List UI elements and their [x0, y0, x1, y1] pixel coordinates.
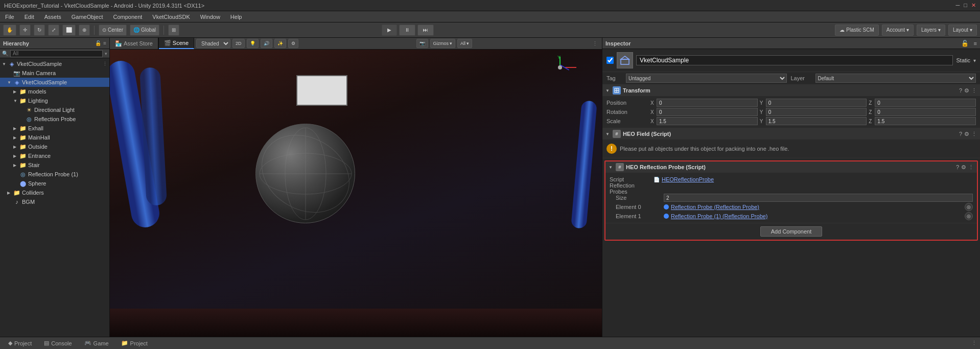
add-component-btn[interactable]: Add Component — [760, 226, 823, 237]
element0-select-btn[interactable]: ◎ — [965, 203, 973, 211]
tree-item-reflection-probe-lighting[interactable]: ◎ Reflection Probe — [0, 114, 109, 124]
tree-item-outside[interactable]: ▶ 📁 Outside — [0, 142, 109, 151]
element1-value[interactable]: Reflection Probe (1) (Reflection Probe) — [671, 213, 768, 219]
tree-item-directional-light[interactable]: ☀ Directional Light — [0, 105, 109, 114]
hand-tool[interactable]: ✋ — [3, 25, 16, 36]
bottom-tab-project-1[interactable]: ◆ Project — [3, 338, 37, 348]
plastic-scm-btn[interactable]: ☁ Plastic SCM — [835, 25, 878, 36]
menu-window[interactable]: Window — [198, 13, 222, 21]
inspector-lock-icon[interactable]: 🔓 — [961, 40, 969, 47]
heo-field-settings-icon[interactable]: ⚙ — [964, 131, 969, 137]
lights-btn[interactable]: 💡 — [247, 39, 259, 48]
bottom-bar-settings-icon[interactable]: ⋮ — [971, 340, 977, 346]
grid-tool[interactable]: ⊞ — [168, 25, 179, 36]
scene-settings-icon[interactable]: ⋮ — [590, 40, 600, 47]
effects-btn[interactable]: ✨ — [274, 39, 286, 48]
position-x-input[interactable] — [657, 99, 758, 107]
position-y-input[interactable] — [766, 99, 867, 107]
tag-select[interactable]: Untagged — [626, 74, 787, 83]
rect-tool[interactable]: ⬜ — [62, 25, 76, 36]
move-tool[interactable]: ✛ — [19, 25, 31, 36]
menu-assets[interactable]: Assets — [42, 13, 63, 21]
gizmos-btn[interactable]: Gizmos ▾ — [430, 39, 456, 48]
menu-gameobject[interactable]: GameObject — [69, 13, 105, 21]
tree-item-main-camera[interactable]: 📷 Main Camera — [0, 68, 109, 78]
scene-camera-btn[interactable]: 📷 — [416, 39, 428, 48]
heo-field-help-icon[interactable]: ? — [959, 131, 962, 137]
heo-reflection-header[interactable]: ▼ # HEO Reflection Probe (Script) ? ⚙ ⋮ — [605, 161, 977, 173]
heo-reflection-settings-icon[interactable]: ⚙ — [961, 164, 966, 171]
menu-help[interactable]: Help — [228, 13, 244, 21]
tree-item-exhall[interactable]: ▶ 📁 Exhall — [0, 124, 109, 133]
element0-value[interactable]: Reflection Probe (Reflection Probe) — [671, 204, 759, 210]
step-btn[interactable]: ⏭ — [417, 25, 434, 36]
sound-btn[interactable]: 🔊 — [261, 39, 272, 48]
shaded-dropdown[interactable]: Shaded — [196, 39, 230, 48]
scene-options-btn[interactable]: ⚙ — [288, 39, 298, 48]
transform-tool[interactable]: ⊕ — [79, 25, 90, 36]
rotation-y-input[interactable] — [766, 108, 867, 116]
menu-vketcloudsdk[interactable]: VketCloudSDK — [150, 13, 192, 21]
tree-item-vketcloudsample-child[interactable]: ▼ ◈ VketCloudSample — [0, 78, 109, 87]
tree-item-bgm[interactable]: ♪ BGM — [0, 197, 109, 206]
rotation-z-input[interactable] — [875, 108, 976, 116]
script-value[interactable]: HEOReflectionProbe — [662, 176, 714, 182]
pause-btn[interactable]: ⏸ — [399, 25, 415, 36]
menu-file[interactable]: File — [3, 13, 16, 21]
scene-view[interactable]: Y Persp — [110, 50, 602, 337]
scale-z-input[interactable] — [875, 117, 976, 125]
tree-item-mainhall[interactable]: ▶ 📁 MainHall — [0, 133, 109, 142]
rotate-tool[interactable]: ↻ — [34, 25, 45, 36]
menu-edit[interactable]: Edit — [22, 13, 36, 21]
maximize-btn[interactable]: □ — [964, 2, 967, 9]
size-input[interactable] — [664, 194, 973, 202]
all-btn[interactable]: All ▾ — [457, 39, 472, 48]
transform-settings-icon[interactable]: ⚙ — [964, 87, 969, 94]
inspector-menu-icon[interactable]: ≡ — [974, 40, 977, 46]
tree-item-sphere[interactable]: ⬤ Sphere — [0, 179, 109, 188]
tab-scene[interactable]: 🎬 Scene — [159, 38, 194, 49]
transform-header[interactable]: ▼ Transform ? ⚙ ⋮ — [602, 85, 980, 96]
static-dropdown-icon[interactable]: ▾ — [973, 58, 976, 63]
hierarchy-lock-icon[interactable]: 🔓 — [95, 40, 101, 46]
transform-menu-icon[interactable]: ⋮ — [971, 87, 977, 94]
tree-item-stair[interactable]: ▶ 📁 Stair — [0, 160, 109, 170]
tab-asset-store[interactable]: 🏪 Asset Store — [110, 38, 158, 49]
scale-x-input[interactable] — [657, 117, 758, 125]
tree-item-reflection-probe-1[interactable]: ◎ Reflection Probe (1) — [0, 170, 109, 179]
tree-item-entrance[interactable]: ▶ 📁 Entrance — [0, 151, 109, 160]
object-active-checkbox[interactable] — [606, 57, 614, 64]
hierarchy-menu-icon[interactable]: ≡ — [103, 40, 106, 46]
bottom-tab-game[interactable]: 🎮 Game — [79, 338, 114, 348]
play-btn[interactable]: ▶ — [382, 25, 397, 36]
tree-item-models[interactable]: ▶ 📁 models — [0, 87, 109, 96]
layers-btn[interactable]: Layers ▾ — [917, 25, 945, 36]
bottom-tab-console[interactable]: ▤ Console — [39, 338, 77, 348]
layout-btn[interactable]: Layout ▾ — [948, 25, 977, 36]
minimize-btn[interactable]: ─ — [956, 2, 960, 9]
create-btn[interactable]: ▾ — [105, 51, 107, 56]
heo-field-menu-icon[interactable]: ⋮ — [971, 131, 977, 137]
layer-select[interactable]: Default — [815, 74, 976, 83]
transform-help-icon[interactable]: ? — [959, 87, 962, 94]
object-name-input[interactable] — [636, 55, 953, 65]
bottom-tab-project-2[interactable]: 📁 Project — [116, 338, 153, 348]
menu-component[interactable]: Component — [111, 13, 144, 21]
tree-item-vketcloudsample-root[interactable]: ▼ ◈ VketCloudSample ⋮ — [0, 59, 109, 68]
scale-tool[interactable]: ⤢ — [48, 25, 59, 36]
heo-field-header[interactable]: ▼ # HEO Field (Script) ? ⚙ ⋮ — [602, 128, 980, 139]
rotation-x-input[interactable] — [657, 108, 758, 116]
heo-reflection-help-icon[interactable]: ? — [956, 164, 959, 171]
account-btn[interactable]: Account ▾ — [882, 25, 914, 36]
scale-y-input[interactable] — [766, 117, 867, 125]
pivot-global-btn[interactable]: 🌐 Global — [130, 25, 159, 36]
item-menu-icon[interactable]: ⋮ — [103, 61, 107, 66]
hierarchy-search-input[interactable] — [10, 50, 103, 57]
element1-select-btn[interactable]: ◎ — [965, 212, 973, 220]
position-z-input[interactable] — [875, 99, 976, 107]
close-btn[interactable]: ✕ — [971, 2, 976, 9]
2d-btn[interactable]: 2D — [232, 39, 245, 48]
pivot-center-btn[interactable]: ⊙ Center — [99, 25, 127, 36]
tree-item-colliders[interactable]: ▶ 📁 Colliders — [0, 188, 109, 197]
heo-reflection-menu-icon[interactable]: ⋮ — [968, 164, 974, 171]
